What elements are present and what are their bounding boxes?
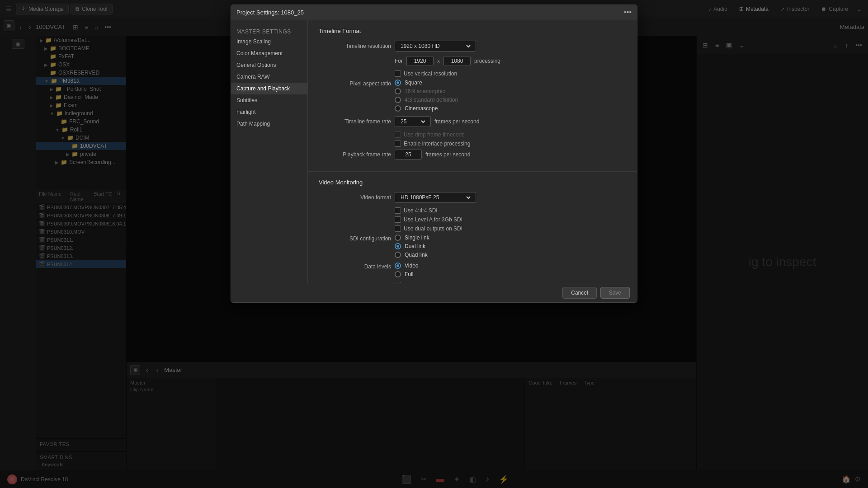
nav-item-capture-playback[interactable]: Capture and Playback bbox=[231, 83, 307, 94]
x-separator: x bbox=[437, 58, 440, 64]
master-settings-section-title: Master Settings bbox=[231, 27, 307, 36]
radio-btn-square[interactable] bbox=[395, 80, 401, 86]
resolution-dropdown[interactable]: 868 x 488 HD 3840 x 2160 4K 1280 x 720… bbox=[395, 41, 476, 52]
video-format-label: Video format bbox=[319, 194, 391, 201]
timeline-format-section: Timeline Format Timeline resolution 1920… bbox=[308, 20, 637, 172]
playback-rate-input[interactable] bbox=[395, 150, 422, 160]
nav-item-image-scaling[interactable]: Image Scaling bbox=[231, 36, 307, 47]
use-level-a-checkbox[interactable]: Use Level A for 3Gb SDI bbox=[395, 216, 462, 223]
cb-444[interactable] bbox=[395, 207, 401, 214]
radio-quad-link[interactable]: Quad link bbox=[395, 252, 429, 258]
radio-single-link[interactable]: Single link bbox=[395, 235, 429, 241]
use-dual-checkbox[interactable]: Use dual outputs on SDI bbox=[395, 225, 462, 232]
frame-rate-select[interactable]: 25 24 30 60 bbox=[399, 118, 427, 125]
use-dual-row: Use dual outputs on SDI bbox=[319, 225, 626, 232]
frame-rate-label: Timeline frame rate bbox=[319, 118, 391, 125]
sdi-config-row: SDI configuration Single link Dual link bbox=[319, 235, 626, 258]
dialog-content: Timeline Format Timeline resolution 1920… bbox=[308, 20, 637, 283]
playback-rate-row: Playback frame rate frames per second bbox=[319, 150, 626, 160]
height-input[interactable] bbox=[443, 56, 471, 66]
data-levels-label: Data levels bbox=[319, 263, 391, 270]
radio-square[interactable]: Square bbox=[395, 80, 458, 86]
sdi-radio-group: Single link Dual link Quad link bbox=[395, 235, 429, 258]
radio-label-single: Single link bbox=[405, 235, 429, 241]
radio-btn-anamorphic[interactable] bbox=[395, 88, 401, 94]
dialog-title: Project Settings: 1080_25 bbox=[236, 9, 304, 16]
playback-rate-label: Playback frame rate bbox=[319, 151, 391, 158]
radio-btn-dual[interactable] bbox=[395, 243, 401, 249]
radio-btn-video-data[interactable] bbox=[395, 263, 401, 269]
dialog-body: Master Settings Image Scaling Color Mana… bbox=[231, 20, 637, 283]
use-444-row: Use 4:4:4 SDI bbox=[319, 207, 626, 214]
cb-interlace[interactable] bbox=[395, 141, 401, 147]
fps-label: frames per second bbox=[434, 118, 479, 125]
radio-anamorphic[interactable]: 16:9 anamorphic bbox=[395, 88, 458, 94]
use-444-label: Use 4:4:4 SDI bbox=[404, 207, 438, 214]
radio-full-data[interactable]: Full bbox=[395, 271, 418, 277]
nav-item-color-management[interactable]: Color Management bbox=[231, 47, 307, 59]
frame-rate-row: Timeline frame rate 25 24 30 60 frames p… bbox=[319, 116, 626, 127]
drop-frame-label: Use drop frame timecode bbox=[404, 131, 465, 138]
radio-label-full-data: Full bbox=[405, 271, 413, 277]
resolution-row: Timeline resolution 868 x 488 HD 3840 … bbox=[319, 41, 626, 52]
playback-fps-label: frames per second bbox=[425, 151, 470, 158]
radio-sd[interactable]: 4:3 standard definition bbox=[395, 97, 458, 103]
nav-item-subtitles[interactable]: Subtitles bbox=[231, 94, 307, 106]
video-format-select[interactable]: HD 1080PsF 25 HD 1080i 50 HD 720p 50 bbox=[399, 194, 472, 201]
video-format-row: Video format HD 1080PsF 25 HD 1080i 50 H… bbox=[319, 192, 626, 203]
radio-dual-link[interactable]: Dual link bbox=[395, 243, 429, 249]
vertical-res-row: Use vertical resolution bbox=[319, 70, 626, 77]
radio-video-data[interactable]: Video bbox=[395, 263, 418, 269]
drop-frame-row: Use drop frame timecode bbox=[319, 131, 626, 138]
cancel-button[interactable]: Cancel bbox=[562, 287, 596, 299]
dialog-more-btn[interactable]: ••• bbox=[624, 8, 632, 16]
interlace-checkbox[interactable]: Enable interlace processing bbox=[395, 141, 470, 147]
dialog-footer: Cancel Save bbox=[231, 283, 637, 302]
use-444-checkbox[interactable]: Use 4:4:4 SDI bbox=[395, 207, 438, 214]
radio-cinemascope[interactable]: Cinemascope bbox=[395, 105, 458, 112]
radio-btn-cinemascope[interactable] bbox=[395, 105, 401, 112]
for-label: For bbox=[395, 58, 403, 64]
cb-dual[interactable] bbox=[395, 225, 401, 232]
video-format-dropdown[interactable]: HD 1080PsF 25 HD 1080i 50 HD 720p 50 bbox=[395, 192, 476, 203]
dialog-title-bar: Project Settings: 1080_25 ••• bbox=[231, 5, 637, 20]
data-levels-radio-group: Video Full bbox=[395, 263, 418, 277]
nav-item-general-options[interactable]: General Options bbox=[231, 59, 307, 71]
cb-drop-frame[interactable] bbox=[395, 131, 401, 138]
radio-btn-full-data[interactable] bbox=[395, 271, 401, 277]
processing-row: For x processing bbox=[319, 56, 626, 66]
save-button[interactable]: Save bbox=[600, 287, 630, 299]
cb-level-a[interactable] bbox=[395, 216, 401, 223]
use-vertical-checkbox[interactable]: Use vertical resolution bbox=[395, 70, 457, 77]
radio-label-video-data: Video bbox=[405, 263, 418, 269]
nav-item-fairlight[interactable]: Fairlight bbox=[231, 106, 307, 118]
drop-frame-checkbox[interactable]: Use drop frame timecode bbox=[395, 131, 465, 138]
nav-item-camera-raw[interactable]: Camera RAW bbox=[231, 71, 307, 83]
interlace-label: Enable interlace processing bbox=[404, 141, 470, 147]
use-dual-label: Use dual outputs on SDI bbox=[404, 225, 462, 232]
radio-btn-single[interactable] bbox=[395, 235, 401, 241]
use-level-a-row: Use Level A for 3Gb SDI bbox=[319, 216, 626, 223]
video-monitoring-section: Video Monitoring Video format HD 1080PsF… bbox=[308, 172, 637, 283]
nav-item-path-mapping[interactable]: Path Mapping bbox=[231, 118, 307, 130]
pixel-aspect-label: Pixel aspect ratio bbox=[319, 80, 391, 87]
resolution-label: Timeline resolution bbox=[319, 43, 391, 49]
modal-overlay: Project Settings: 1080_25 ••• Master Set… bbox=[0, 0, 868, 488]
project-settings-dialog: Project Settings: 1080_25 ••• Master Set… bbox=[231, 5, 637, 303]
cb-vertical[interactable] bbox=[395, 70, 401, 77]
pixel-aspect-row: Pixel aspect ratio Square 16:9 anamorphi… bbox=[319, 80, 626, 112]
dialog-sidebar: Master Settings Image Scaling Color Mana… bbox=[231, 20, 308, 283]
resolution-select[interactable]: 868 x 488 HD 3840 x 2160 4K 1280 x 720… bbox=[399, 42, 472, 50]
frame-rate-dropdown[interactable]: 25 24 30 60 bbox=[395, 116, 431, 127]
radio-label-dual: Dual link bbox=[405, 243, 425, 249]
radio-btn-quad[interactable] bbox=[395, 252, 401, 258]
data-levels-row: Data levels Video Full bbox=[319, 263, 626, 277]
use-vertical-label: Use vertical resolution bbox=[404, 70, 457, 77]
radio-label-anamorphic: 16:9 anamorphic bbox=[405, 88, 445, 94]
width-input[interactable] bbox=[406, 56, 434, 66]
radio-label-cinemascope: Cinemascope bbox=[405, 105, 438, 112]
radio-label-square: Square bbox=[405, 80, 422, 86]
radio-btn-sd[interactable] bbox=[395, 97, 401, 103]
sdi-config-label: SDI configuration bbox=[319, 235, 391, 242]
video-monitoring-title: Video Monitoring bbox=[319, 179, 626, 186]
